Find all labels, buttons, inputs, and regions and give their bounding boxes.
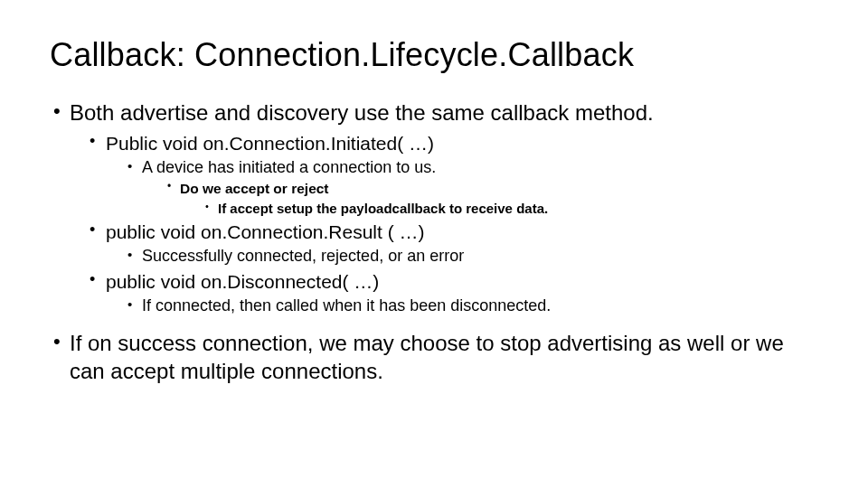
bullet-lvl2: public void on.Disconnected( …) If conne…	[86, 269, 818, 317]
bullet-lvl1: If on success connection, we may choose …	[50, 329, 818, 385]
bullet-text: Public void on.Connection.Initiated( …)	[106, 133, 434, 154]
bullet-text: A device has initiated a connection to u…	[142, 158, 436, 176]
bullet-text: public void on.Connection.Result ( …)	[106, 221, 425, 242]
bullet-sublist: Public void on.Connection.Initiated( …) …	[70, 131, 818, 317]
bullet-lvl2: Public void on.Connection.Initiated( …) …	[86, 131, 818, 218]
bullet-lvl4: Do we accept or reject If accept setup t…	[164, 180, 818, 218]
bullet-text: public void on.Disconnected( …)	[106, 271, 379, 292]
bullet-lvl1: Both advertise and discovery use the sam…	[50, 99, 818, 316]
bullet-sublist: If accept setup the payloadcallback to r…	[180, 200, 818, 218]
bullet-text: Do we accept or reject	[180, 181, 329, 196]
slide-title: Callback: Connection.Lifecycle.Callback	[50, 36, 818, 73]
bullet-sublist: A device has initiated a connection to u…	[106, 157, 818, 218]
bullet-sublist: If connected, then called when it has be…	[106, 296, 818, 316]
bullet-text: If connected, then called when it has be…	[142, 296, 551, 314]
bullet-list: If on success connection, we may choose …	[50, 329, 818, 385]
bullet-sublist: Do we accept or reject If accept setup t…	[142, 180, 818, 218]
bullet-lvl2: public void on.Connection.Result ( …) Su…	[86, 220, 818, 267]
bullet-lvl3: Successfully connected, rejected, or an …	[124, 246, 818, 267]
bullet-list: Both advertise and discovery use the sam…	[50, 99, 818, 316]
bullet-text: If accept setup the payloadcallback to r…	[218, 201, 548, 216]
slide: Callback: Connection.Lifecycle.Callback …	[0, 0, 868, 488]
bullet-lvl5: If accept setup the payloadcallback to r…	[202, 200, 818, 218]
bullet-lvl3: If connected, then called when it has be…	[124, 296, 818, 316]
bullet-sublist: Successfully connected, rejected, or an …	[106, 246, 818, 267]
bullet-text: If on success connection, we may choose …	[70, 331, 784, 383]
bullet-text: Both advertise and discovery use the sam…	[70, 100, 654, 125]
spacer	[50, 320, 818, 329]
bullet-text: Successfully connected, rejected, or an …	[142, 247, 464, 265]
bullet-lvl3: A device has initiated a connection to u…	[124, 157, 818, 218]
